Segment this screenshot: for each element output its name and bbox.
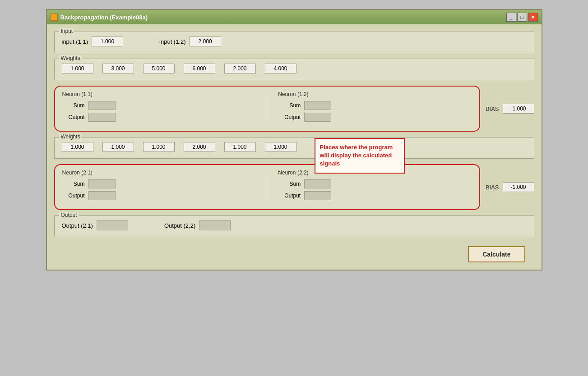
- neuron12-label: Neuron (1,2): [278, 91, 472, 97]
- neuron21-output-row: Output: [62, 191, 256, 200]
- weight2-2[interactable]: [102, 142, 134, 152]
- weight2-5[interactable]: [224, 142, 256, 152]
- neuron2-container: Neuron (2,1) Sum Output Neuron (2,2): [54, 164, 534, 210]
- titlebar: Backpropagation (Example08a) _ □ ✕: [47, 10, 542, 24]
- output22-field: [199, 220, 231, 230]
- neuron21-output-label: Output: [62, 193, 85, 199]
- app-icon: [51, 14, 58, 21]
- neuron22-output-row: Output: [278, 191, 472, 200]
- neuron21: Neuron (2,1) Sum Output: [62, 170, 256, 203]
- weights2-section: Weights Places where the program will di…: [54, 137, 534, 159]
- weight1-4[interactable]: [184, 64, 215, 73]
- bias2-field[interactable]: [503, 182, 534, 192]
- close-button[interactable]: ✕: [528, 13, 538, 22]
- output22-label: Output (2,2): [164, 222, 195, 229]
- neuron21-label: Neuron (2,1): [62, 170, 256, 176]
- weight1-1[interactable]: [62, 64, 93, 73]
- calculate-button[interactable]: Calculate: [468, 246, 525, 262]
- neuron12-output-field: [304, 113, 331, 122]
- neuron22-sum-field: [304, 179, 331, 188]
- neuron2-pair: Neuron (2,1) Sum Output Neuron (2,2): [54, 164, 480, 210]
- neuron22-output-field: [304, 191, 331, 200]
- weight2-1[interactable]: [62, 142, 93, 152]
- neuron21-sum-row: Sum: [62, 179, 256, 188]
- bias1-block: BIAS: [486, 104, 534, 114]
- bias2-block: BIAS: [486, 182, 534, 192]
- neuron12-output-row: Output: [278, 113, 472, 122]
- input12-label: input (1,2): [159, 38, 186, 45]
- input11-label: input (1,1): [62, 38, 88, 45]
- bias1-label: BIAS: [486, 105, 499, 112]
- neuron11-sum-row: Sum: [62, 101, 256, 110]
- weight2-6[interactable]: [265, 142, 296, 152]
- neuron11-sum-field: [88, 101, 116, 110]
- bias2-label: BIAS: [486, 184, 499, 191]
- content-area: Input input (1,1) input (1,2) Weights: [47, 24, 542, 270]
- weight1-3[interactable]: [143, 64, 175, 73]
- weight2-4[interactable]: [184, 142, 215, 152]
- output21-row: Output (2,1): [62, 220, 128, 230]
- input12-field[interactable]: [190, 37, 221, 46]
- weights2-section-label: Weights: [59, 133, 82, 140]
- calculate-row: Calculate: [54, 246, 534, 262]
- neuron11-label: Neuron (1,1): [62, 91, 256, 97]
- neuron11-output-row: Output: [62, 113, 256, 122]
- neuron22-output-label: Output: [278, 193, 301, 199]
- weight1-6[interactable]: [265, 64, 296, 73]
- neuron11-sum-label: Sum: [62, 102, 85, 109]
- input11-row: input (1,1): [62, 37, 124, 46]
- output21-field: [97, 220, 128, 230]
- weight1-5[interactable]: [224, 64, 256, 73]
- weight2-3[interactable]: [143, 142, 175, 152]
- input-section: Input input (1,1) input (1,2): [54, 32, 534, 53]
- maximize-button[interactable]: □: [517, 13, 527, 22]
- input12-row: input (1,2): [159, 37, 221, 46]
- output-section-label: Output: [59, 212, 79, 218]
- minimize-button[interactable]: _: [506, 13, 516, 22]
- weight1-2[interactable]: [102, 64, 134, 73]
- neuron22-sum-label: Sum: [278, 181, 301, 187]
- neuron12: Neuron (1,2) Sum Output: [278, 91, 472, 124]
- neuron12-sum-row: Sum: [278, 101, 472, 110]
- neuron11-output-label: Output: [62, 114, 85, 120]
- neuron22: Neuron (2,2) Sum Output: [278, 170, 472, 203]
- output-section: Output Output (2,1) Output (2,2): [54, 216, 534, 237]
- weights1-section-label: Weights: [59, 55, 82, 61]
- neuron1-divider: [267, 91, 267, 124]
- input-section-label: Input: [59, 28, 75, 34]
- annotation-box: Places where the program will display th…: [315, 138, 405, 174]
- neuron1-container: Neuron (1,1) Sum Output Neuron (1,2): [54, 86, 534, 132]
- neuron2-divider: [267, 170, 267, 203]
- output21-label: Output (2,1): [62, 222, 93, 229]
- neuron12-sum-label: Sum: [278, 102, 301, 109]
- output22-row: Output (2,2): [164, 220, 231, 230]
- neuron21-sum-field: [88, 179, 116, 188]
- weights1-section: Weights: [54, 59, 534, 80]
- titlebar-left: Backpropagation (Example08a): [51, 14, 148, 21]
- neuron12-output-label: Output: [278, 114, 301, 120]
- titlebar-buttons: _ □ ✕: [506, 13, 538, 22]
- neuron1-pair: Neuron (1,1) Sum Output Neuron (1,2): [54, 86, 480, 132]
- weights1-row: [62, 64, 527, 73]
- neuron11: Neuron (1,1) Sum Output: [62, 91, 256, 124]
- neuron22-sum-row: Sum: [278, 179, 472, 188]
- annotation-text: Places where the program will display th…: [320, 144, 393, 167]
- input11-field[interactable]: [92, 37, 123, 46]
- neuron12-sum-field: [304, 101, 331, 110]
- neuron21-sum-label: Sum: [62, 181, 85, 187]
- output-row: Output (2,1) Output (2,2): [62, 220, 527, 230]
- input-row: input (1,1) input (1,2): [62, 37, 527, 46]
- neuron21-output-field: [88, 191, 116, 200]
- neuron11-output-field: [88, 113, 116, 122]
- weights2-row: Places where the program will display th…: [62, 142, 527, 152]
- window-title: Backpropagation (Example08a): [60, 14, 148, 21]
- main-window: Backpropagation (Example08a) _ □ ✕ Input…: [46, 9, 542, 271]
- bias1-field[interactable]: [503, 104, 534, 114]
